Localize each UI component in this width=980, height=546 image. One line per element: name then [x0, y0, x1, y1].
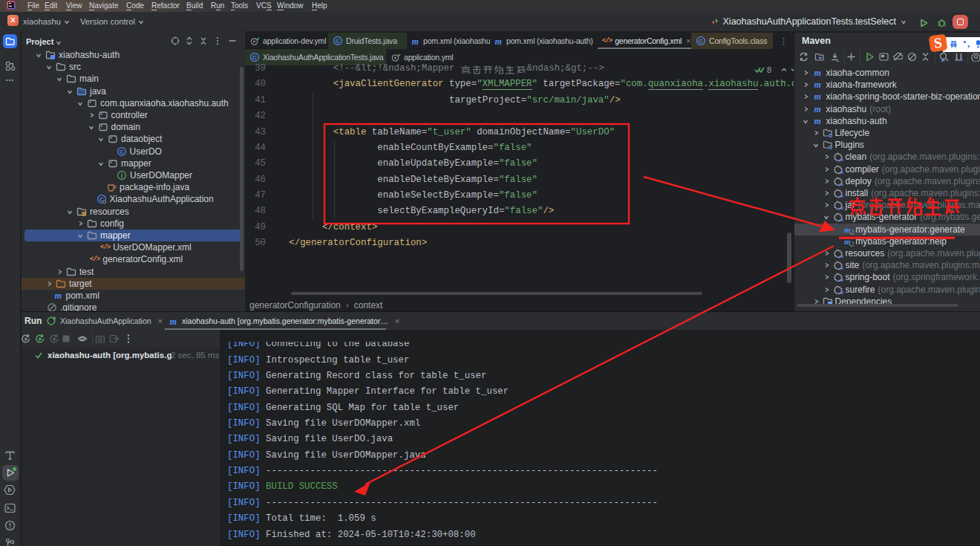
svg-text:m: m [814, 68, 821, 77]
svg-text:m: m [840, 217, 843, 222]
svg-text:m: m [941, 58, 945, 62]
svg-text:m: m [840, 290, 843, 295]
svg-text:m: m [54, 290, 61, 300]
svg-text:m: m [814, 104, 821, 114]
svg-text:I: I [121, 172, 122, 179]
svg-text:m: m [840, 181, 843, 186]
svg-text:m: m [814, 91, 821, 101]
svg-text:m: m [495, 36, 502, 46]
svg-text:m: m [814, 116, 821, 126]
svg-text:C: C [336, 38, 340, 45]
svg-text:m: m [412, 36, 419, 46]
svg-text:m: m [840, 193, 843, 198]
svg-text:C: C [252, 54, 257, 61]
svg-text:m: m [840, 169, 843, 175]
svg-text:m: m [840, 265, 843, 270]
svg-text:m: m [840, 253, 843, 259]
svg-text:m: m [814, 79, 821, 89]
svg-text:m: m [840, 205, 843, 210]
svg-text:C: C [120, 149, 124, 155]
svg-text:m: m [840, 157, 843, 162]
svg-text:m: m [840, 277, 843, 282]
svg-text:C: C [699, 38, 703, 45]
svg-text:m: m [170, 316, 177, 326]
